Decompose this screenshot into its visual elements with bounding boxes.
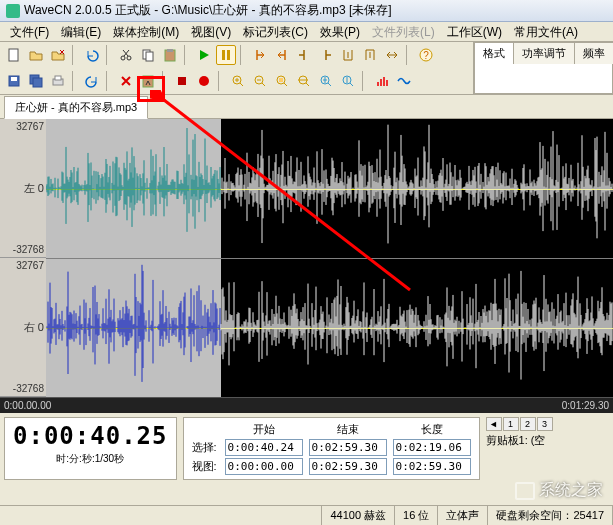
copy-button[interactable]: [138, 45, 158, 65]
file-tab-bar: 庄心妍 - 真的不容易.mp3: [0, 95, 613, 119]
view-len-field[interactable]: [393, 458, 471, 475]
gutter-min-left: -32768: [13, 244, 44, 255]
menu-common[interactable]: 常用文件(A): [508, 22, 584, 41]
time-ruler[interactable]: 0:00.00.00 0:01:29.30: [0, 397, 613, 413]
trim-end-button[interactable]: [272, 45, 292, 65]
svg-rect-28: [380, 79, 382, 86]
selection-grid: 开始 结束 长度 选择: 视图:: [183, 417, 480, 480]
hdr-len: 长度: [393, 422, 471, 437]
menu-media[interactable]: 媒体控制(M): [107, 22, 185, 41]
zoom-vert-out-button[interactable]: [338, 71, 358, 91]
nav-page-1[interactable]: 1: [503, 417, 519, 431]
record-button[interactable]: [194, 71, 214, 91]
ruler-end: 0:01:29.30: [562, 400, 609, 411]
delete-button[interactable]: [116, 71, 136, 91]
zoom-in-button[interactable]: [228, 71, 248, 91]
status-hz: 44100 赫兹: [322, 506, 395, 525]
redo-button[interactable]: [82, 71, 102, 91]
gutter-max-left: 32767: [16, 121, 44, 132]
zoom-fit-button[interactable]: [294, 71, 314, 91]
nav-page-3[interactable]: 3: [537, 417, 553, 431]
paste-button[interactable]: [160, 45, 180, 65]
svg-rect-30: [386, 80, 388, 86]
ruler-start: 0:00.00.00: [4, 400, 51, 411]
paste-mix-button[interactable]: [138, 71, 158, 91]
pause-button[interactable]: [216, 45, 236, 65]
side-tab-format[interactable]: 格式: [474, 42, 514, 64]
sel-len-field[interactable]: [393, 439, 471, 456]
svg-rect-29: [383, 77, 385, 86]
zoom-vert-in-button[interactable]: [316, 71, 336, 91]
svg-rect-27: [377, 82, 379, 86]
spectrum-button[interactable]: [372, 71, 392, 91]
menubar: 文件(F) 编辑(E) 媒体控制(M) 视图(V) 标记列表(C) 效果(P) …: [0, 22, 613, 42]
range-in-button[interactable]: [338, 45, 358, 65]
cut-button[interactable]: [116, 45, 136, 65]
toolbar-row-1: ?: [0, 42, 473, 68]
app-icon: [6, 4, 20, 18]
titlebar: WaveCN 2.0.0.5 正式版 - G:\Music\庄心妍 - 真的不容…: [0, 0, 613, 22]
zoom-sel-button[interactable]: [272, 71, 292, 91]
watermark: 系统之家: [515, 480, 603, 501]
nav-page-2[interactable]: 2: [520, 417, 536, 431]
trim-start-button[interactable]: [250, 45, 270, 65]
toolbar-row-2: [0, 68, 473, 94]
marker-right-button[interactable]: [316, 45, 336, 65]
big-time-display: 0:00:40.25 时:分:秒:1/30秒: [4, 417, 177, 480]
stop-button[interactable]: [172, 71, 192, 91]
range-out-button[interactable]: [360, 45, 380, 65]
play-button[interactable]: [194, 45, 214, 65]
waveform-area: 32767 左 0 -32768 32767 右 0 -32768: [0, 119, 613, 397]
sel-end-field[interactable]: [309, 439, 387, 456]
side-tab-freq[interactable]: 频率: [574, 42, 613, 64]
side-tab-power[interactable]: 功率调节: [513, 42, 575, 64]
gutter-left-label: 左 0: [24, 181, 44, 196]
menu-markers[interactable]: 标记列表(C): [237, 22, 314, 41]
menu-edit[interactable]: 编辑(E): [55, 22, 107, 41]
clipboard-nav: ◄ 1 2 3 剪贴板1: (空: [486, 417, 553, 480]
new-button[interactable]: [4, 45, 24, 65]
print-button[interactable]: [48, 71, 68, 91]
close-file-button[interactable]: [48, 45, 68, 65]
svg-rect-14: [33, 78, 42, 87]
svg-point-1: [121, 56, 125, 60]
statusbar: 44100 赫兹 16 位 立体声 硬盘剩余空间：25417: [0, 505, 613, 525]
wave-style-button[interactable]: [394, 71, 414, 91]
sel-start-field[interactable]: [225, 439, 303, 456]
watermark-icon: [515, 482, 535, 500]
watermark-text: 系统之家: [539, 480, 603, 501]
big-time-value: 0:00:40.25: [13, 422, 168, 450]
hdr-end: 结束: [309, 422, 387, 437]
save-button[interactable]: [4, 71, 24, 91]
marker-left-button[interactable]: [294, 45, 314, 65]
side-panel: 格式 功率调节 频率: [473, 42, 613, 94]
svg-point-2: [127, 56, 131, 60]
svg-rect-0: [9, 49, 18, 61]
zoom-out-button[interactable]: [250, 71, 270, 91]
select-all-button[interactable]: [382, 45, 402, 65]
view-start-field[interactable]: [225, 458, 303, 475]
status-stereo: 立体声: [438, 506, 488, 525]
file-tab-active[interactable]: 庄心妍 - 真的不容易.mp3: [4, 96, 148, 119]
wave-gutter: 32767 左 0 -32768 32767 右 0 -32768: [0, 119, 46, 397]
svg-rect-23: [279, 78, 283, 82]
hdr-start: 开始: [225, 422, 303, 437]
svg-rect-8: [227, 50, 230, 60]
nav-prev-button[interactable]: ◄: [486, 417, 502, 431]
track-left[interactable]: [46, 119, 613, 258]
wave-tracks[interactable]: [46, 119, 613, 397]
menu-filelist[interactable]: 文件列表(L): [366, 22, 441, 41]
bottom-panel: 0:00:40.25 时:分:秒:1/30秒 开始 结束 长度 选择: 视图: …: [0, 413, 613, 484]
menu-workspace[interactable]: 工作区(W): [441, 22, 508, 41]
help-button[interactable]: ?: [416, 45, 436, 65]
undo-button[interactable]: [82, 45, 102, 65]
menu-file[interactable]: 文件(F): [4, 22, 55, 41]
menu-effects[interactable]: 效果(P): [314, 22, 366, 41]
window-title: WaveCN 2.0.0.5 正式版 - G:\Music\庄心妍 - 真的不容…: [24, 2, 392, 19]
gutter-min-right: -32768: [13, 383, 44, 394]
view-end-field[interactable]: [309, 458, 387, 475]
open-button[interactable]: [26, 45, 46, 65]
track-right[interactable]: [46, 258, 613, 397]
save-as-button[interactable]: [26, 71, 46, 91]
menu-view[interactable]: 视图(V): [185, 22, 237, 41]
